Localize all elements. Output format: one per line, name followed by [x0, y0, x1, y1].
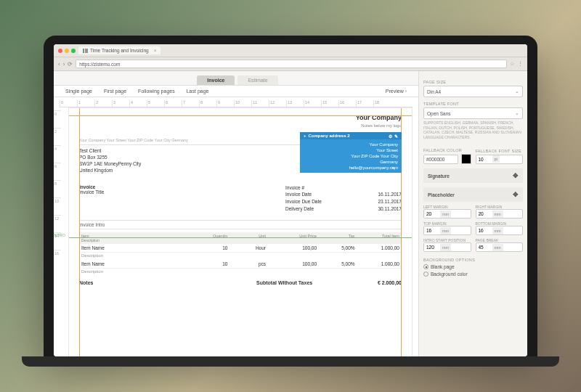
tab-first-page[interactable]: First page [98, 86, 132, 97]
settings-icon[interactable]: ⚙ [389, 134, 392, 139]
tab-estimate[interactable]: Estimate [237, 75, 277, 85]
address-line: Germany [304, 159, 398, 165]
back-icon[interactable]: ‹ [58, 61, 60, 68]
minimize-icon[interactable] [65, 49, 69, 53]
star-icon[interactable]: ☆ [510, 61, 514, 67]
tab-close-icon[interactable]: × [154, 48, 157, 53]
invoice-intro[interactable]: Invoice Intro [79, 220, 402, 229]
browser-url-bar: ‹ › ⟳ https://zistemo.com ☆ ⋮ [54, 57, 527, 71]
chevron-down-icon: ⌄ [515, 89, 519, 94]
browser-tab-bar: Time Tracking and Invoicing × [54, 44, 527, 57]
company-subtitle[interactable]: Notes below my logo [79, 123, 402, 128]
bg-blank-option[interactable]: Blank page [423, 264, 523, 269]
color-swatch[interactable] [461, 154, 471, 164]
template-font-label: TEMPLATE FONT [423, 102, 523, 106]
fallback-color-label: FALLBACK COLOR [423, 148, 471, 152]
chevron-down-icon: ⌄ [515, 110, 519, 116]
tab-title: Time Tracking and Invoicing [90, 48, 149, 53]
background-options-label: BACKGROUND OPTIONS [423, 258, 523, 262]
invoice-meta-row: Invoice Due Date23.11.2017 [285, 198, 402, 205]
guide-intro-label: INTRO [54, 233, 65, 237]
move-icon[interactable]: ✥ [513, 191, 519, 198]
reload-icon[interactable]: ⟳ [68, 61, 73, 68]
document-type-tabs: Invoice Estimate [54, 71, 418, 86]
invoice-label: Invoice [79, 184, 285, 189]
tab-following-pages[interactable]: Following pages [132, 86, 181, 97]
address-line: hello@yourcompany.com [304, 165, 398, 171]
placeholder-block[interactable]: Placeholder✥ [423, 187, 523, 202]
margin-bottom-input[interactable]: mm [476, 226, 524, 235]
font-support-note: SUPPORTS ENGLISH, GERMAN, SPANISH, FRENC… [423, 121, 523, 139]
move-icon[interactable]: ✥ [513, 172, 519, 179]
radio-icon [423, 264, 428, 269]
company-address-block[interactable]: + Company address 2 ⚙ ✎ Your CompanyYour… [300, 132, 402, 173]
address-line: Your Company [304, 142, 398, 147]
invoice-meta-row: Invoice # [285, 184, 402, 192]
browser-tab[interactable]: Time Tracking and Invoicing × [78, 46, 161, 54]
menu-icon[interactable]: ⋮ [518, 61, 523, 67]
forward-icon[interactable]: › [63, 61, 65, 68]
invoice-meta-row: Delivery Date30.11.2017 [285, 205, 402, 213]
address-block-title: Company address 2 [309, 134, 350, 138]
window-controls[interactable] [58, 49, 76, 53]
signature-block[interactable]: Signature✥ [423, 168, 523, 183]
table-row[interactable]: Item Name10Hour100,005,00%1.000,00 [79, 244, 402, 253]
invoice-meta-row: Invoice Date16.11.2017 [285, 191, 402, 198]
address-line: Your Street [304, 147, 398, 153]
bg-color-option[interactable]: Background color [423, 271, 523, 277]
ruler-horizontal: 0123456789101112131415161718 [60, 100, 413, 107]
ruler-vertical: 0246810121416 [54, 110, 61, 267]
close-icon[interactable] [58, 49, 62, 53]
guide-left-margin[interactable] [79, 108, 80, 356]
notes-label: Notes [79, 280, 256, 285]
invoice-dates-block[interactable]: Invoice #Invoice Date16.11.2017Invoice D… [285, 184, 402, 213]
margin-label: INTRO START POSITION [423, 238, 471, 242]
cursor-icon: ↖ [391, 166, 396, 171]
tab-single-page[interactable]: Single page [60, 86, 98, 97]
edit-icon[interactable]: ✎ [394, 134, 398, 139]
fallback-color-input[interactable]: #000000 [423, 155, 458, 164]
margin-right-input[interactable]: mm [476, 209, 524, 219]
item-description: Description [79, 253, 402, 260]
fallback-size-label: FALLBACK FONT SIZE [476, 149, 524, 153]
margin-intro-input[interactable]: mm [423, 242, 471, 252]
tab-last-page[interactable]: Last page [181, 86, 215, 97]
margin-left-input[interactable]: mm [423, 209, 471, 219]
preview-button[interactable]: Preview › [380, 86, 413, 97]
fallback-size-input[interactable]: pt [476, 155, 524, 164]
invoice-title-block[interactable]: Invoice Invoice Title [79, 184, 285, 213]
page-size-select[interactable]: Din A4⌄ [423, 86, 523, 97]
chevron-right-icon: › [405, 89, 407, 94]
invoice-page[interactable]: INTRO Your Company Notes below my logo +… [68, 107, 413, 356]
guide-intro-position[interactable] [69, 237, 412, 238]
page-size-label: PAGE SIZE [423, 80, 523, 84]
url-input[interactable]: https://zistemo.com [76, 60, 507, 68]
editor-canvas[interactable]: 0123456789101112131415161718 02468101214… [54, 97, 418, 356]
guide-top-margin[interactable] [69, 115, 412, 116]
plus-icon[interactable]: + [304, 134, 306, 138]
tab-invoice[interactable]: Invoice [197, 75, 235, 85]
margin-top-input[interactable]: mm [423, 226, 471, 235]
invoice-title: Invoice Title [79, 189, 285, 195]
item-description: Description [79, 269, 402, 276]
table-row[interactable]: Item Name10pcs100,005,00%1.000,00 [79, 260, 402, 269]
properties-sidebar: PAGE SIZE Din A4⌄ TEMPLATE FONT Open San… [418, 71, 527, 356]
template-font-select[interactable]: Open Sans⌄ [423, 107, 523, 119]
radio-icon [423, 271, 428, 277]
margin-break-input[interactable]: mm [476, 242, 524, 252]
address-line: Your ZIP Code Your City [304, 153, 398, 159]
subtotal-value: € 2.000,00 [378, 280, 402, 285]
page-scope-tabs: Single page First page Following pages L… [54, 86, 418, 97]
subtotal-label: Subtotal Without Taxes [256, 280, 312, 285]
favicon-icon [83, 49, 88, 53]
maximize-icon[interactable] [71, 49, 76, 53]
